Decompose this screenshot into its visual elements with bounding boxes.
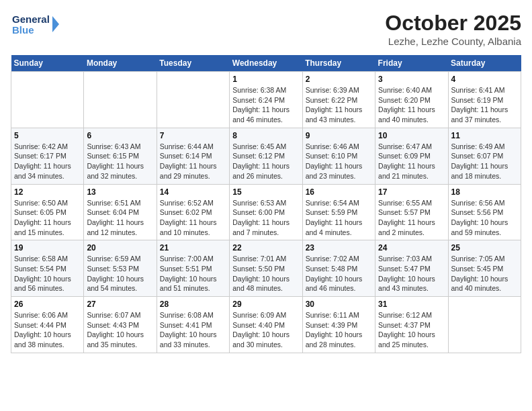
day-info: Sunrise: 6:49 AM Sunset: 6:07 PM Dayligh…: [451, 142, 518, 181]
day-info: Sunrise: 6:38 AM Sunset: 6:24 PM Dayligh…: [232, 85, 299, 125]
day-number: 13: [87, 187, 153, 197]
calendar-day-cell: 13Sunrise: 6:51 AM Sunset: 6:04 PM Dayli…: [84, 184, 157, 240]
calendar-day-cell: 21Sunrise: 7:00 AM Sunset: 5:51 PM Dayli…: [157, 240, 229, 297]
page-title: October 2025: [385, 11, 521, 36]
weekday-header: Saturday: [448, 55, 521, 72]
day-number: 26: [14, 300, 81, 309]
calendar-day-cell: 14Sunrise: 6:52 AM Sunset: 6:02 PM Dayli…: [157, 184, 229, 240]
day-number: 23: [306, 243, 372, 253]
day-number: 12: [14, 187, 81, 197]
day-info: Sunrise: 6:44 AM Sunset: 6:14 PM Dayligh…: [160, 142, 226, 181]
calendar-day-cell: 31Sunrise: 6:12 AM Sunset: 4:37 PM Dayli…: [375, 297, 448, 353]
logo: GeneralBlue: [11, 11, 64, 38]
weekday-header: Wednesday: [230, 55, 302, 72]
calendar-day-cell: 18Sunrise: 6:56 AM Sunset: 5:56 PM Dayli…: [448, 184, 521, 240]
day-number: 10: [378, 131, 445, 140]
calendar-day-cell: 8Sunrise: 6:45 AM Sunset: 6:12 PM Daylig…: [230, 128, 302, 184]
svg-text:General: General: [12, 13, 50, 25]
weekday-header-row: SundayMondayTuesdayWednesdayThursdayFrid…: [11, 55, 521, 72]
day-number: 24: [378, 243, 445, 253]
calendar-day-cell: 10Sunrise: 6:47 AM Sunset: 6:09 PM Dayli…: [375, 128, 448, 184]
day-info: Sunrise: 7:01 AM Sunset: 5:50 PM Dayligh…: [232, 254, 299, 293]
day-number: 1: [232, 75, 299, 84]
day-info: Sunrise: 6:50 AM Sunset: 6:05 PM Dayligh…: [14, 198, 81, 238]
calendar-day-cell: 24Sunrise: 7:03 AM Sunset: 5:47 PM Dayli…: [375, 240, 448, 297]
day-info: Sunrise: 6:56 AM Sunset: 5:56 PM Dayligh…: [451, 198, 518, 238]
calendar-week-row: 26Sunrise: 6:06 AM Sunset: 4:44 PM Dayli…: [11, 297, 521, 353]
calendar-day-cell: 30Sunrise: 6:11 AM Sunset: 4:39 PM Dayli…: [302, 297, 375, 353]
calendar-day-cell: 6Sunrise: 6:43 AM Sunset: 6:15 PM Daylig…: [84, 128, 157, 184]
calendar-day-cell: [11, 72, 84, 128]
calendar-day-cell: 19Sunrise: 6:58 AM Sunset: 5:54 PM Dayli…: [11, 240, 84, 297]
day-number: 7: [160, 131, 226, 140]
day-number: 11: [451, 131, 518, 140]
day-info: Sunrise: 6:58 AM Sunset: 5:54 PM Dayligh…: [14, 254, 81, 293]
calendar-day-cell: 3Sunrise: 6:40 AM Sunset: 6:20 PM Daylig…: [375, 72, 448, 128]
day-number: 17: [378, 187, 445, 197]
day-number: 22: [232, 243, 299, 253]
day-info: Sunrise: 6:54 AM Sunset: 5:59 PM Dayligh…: [306, 198, 372, 238]
calendar-table: SundayMondayTuesdayWednesdayThursdayFrid…: [11, 55, 521, 353]
calendar-day-cell: 17Sunrise: 6:55 AM Sunset: 5:57 PM Dayli…: [375, 184, 448, 240]
day-number: 4: [451, 75, 518, 84]
day-info: Sunrise: 6:42 AM Sunset: 6:17 PM Dayligh…: [14, 142, 81, 181]
title-block: October 2025 Lezhe, Lezhe County, Albani…: [385, 11, 521, 47]
day-info: Sunrise: 6:41 AM Sunset: 6:19 PM Dayligh…: [451, 85, 518, 125]
calendar-day-cell: 5Sunrise: 6:42 AM Sunset: 6:17 PM Daylig…: [11, 128, 84, 184]
day-number: 27: [87, 300, 153, 309]
day-info: Sunrise: 6:45 AM Sunset: 6:12 PM Dayligh…: [232, 142, 299, 181]
day-number: 21: [160, 243, 226, 253]
calendar-week-row: 1Sunrise: 6:38 AM Sunset: 6:24 PM Daylig…: [11, 72, 521, 128]
day-number: 30: [306, 300, 372, 309]
day-info: Sunrise: 7:05 AM Sunset: 5:45 PM Dayligh…: [451, 254, 518, 293]
calendar-day-cell: 2Sunrise: 6:39 AM Sunset: 6:22 PM Daylig…: [302, 72, 375, 128]
calendar-week-row: 12Sunrise: 6:50 AM Sunset: 6:05 PM Dayli…: [11, 184, 521, 240]
calendar-day-cell: 27Sunrise: 6:07 AM Sunset: 4:43 PM Dayli…: [84, 297, 157, 353]
day-info: Sunrise: 6:55 AM Sunset: 5:57 PM Dayligh…: [378, 198, 445, 238]
day-info: Sunrise: 6:11 AM Sunset: 4:39 PM Dayligh…: [306, 310, 372, 350]
svg-text:Blue: Blue: [12, 24, 34, 36]
calendar-day-cell: 28Sunrise: 6:08 AM Sunset: 4:41 PM Dayli…: [157, 297, 229, 353]
day-number: 3: [378, 75, 445, 84]
day-number: 28: [160, 300, 226, 309]
logo-svg: GeneralBlue: [11, 11, 64, 38]
day-info: Sunrise: 6:53 AM Sunset: 6:00 PM Dayligh…: [232, 198, 299, 238]
weekday-header: Thursday: [302, 55, 375, 72]
day-number: 18: [451, 187, 518, 197]
day-info: Sunrise: 6:52 AM Sunset: 6:02 PM Dayligh…: [160, 198, 226, 238]
day-number: 14: [160, 187, 226, 197]
calendar-day-cell: 29Sunrise: 6:09 AM Sunset: 4:40 PM Dayli…: [230, 297, 302, 353]
calendar-day-cell: 25Sunrise: 7:05 AM Sunset: 5:45 PM Dayli…: [448, 240, 521, 297]
day-number: 19: [14, 243, 81, 253]
calendar-day-cell: 7Sunrise: 6:44 AM Sunset: 6:14 PM Daylig…: [157, 128, 229, 184]
calendar-day-cell: 12Sunrise: 6:50 AM Sunset: 6:05 PM Dayli…: [11, 184, 84, 240]
calendar-day-cell: 26Sunrise: 6:06 AM Sunset: 4:44 PM Dayli…: [11, 297, 84, 353]
calendar-day-cell: [84, 72, 157, 128]
calendar-day-cell: 1Sunrise: 6:38 AM Sunset: 6:24 PM Daylig…: [230, 72, 302, 128]
day-info: Sunrise: 7:03 AM Sunset: 5:47 PM Dayligh…: [378, 254, 445, 293]
day-info: Sunrise: 6:46 AM Sunset: 6:10 PM Dayligh…: [306, 142, 372, 181]
day-info: Sunrise: 6:12 AM Sunset: 4:37 PM Dayligh…: [378, 310, 445, 350]
day-info: Sunrise: 6:08 AM Sunset: 4:41 PM Dayligh…: [160, 310, 226, 350]
day-info: Sunrise: 6:40 AM Sunset: 6:20 PM Dayligh…: [378, 85, 445, 125]
day-number: 8: [232, 131, 299, 140]
calendar-day-cell: [157, 72, 229, 128]
calendar-week-row: 19Sunrise: 6:58 AM Sunset: 5:54 PM Dayli…: [11, 240, 521, 297]
day-number: 9: [306, 131, 372, 140]
day-info: Sunrise: 6:47 AM Sunset: 6:09 PM Dayligh…: [378, 142, 445, 181]
calendar-day-cell: 4Sunrise: 6:41 AM Sunset: 6:19 PM Daylig…: [448, 72, 521, 128]
calendar-day-cell: 22Sunrise: 7:01 AM Sunset: 5:50 PM Dayli…: [230, 240, 302, 297]
calendar-day-cell: 16Sunrise: 6:54 AM Sunset: 5:59 PM Dayli…: [302, 184, 375, 240]
day-number: 15: [232, 187, 299, 197]
day-number: 6: [87, 131, 153, 140]
calendar-day-cell: [448, 297, 521, 353]
day-info: Sunrise: 7:02 AM Sunset: 5:48 PM Dayligh…: [306, 254, 372, 293]
day-number: 29: [232, 300, 299, 309]
day-number: 25: [451, 243, 518, 253]
weekday-header: Tuesday: [157, 55, 229, 72]
day-info: Sunrise: 6:06 AM Sunset: 4:44 PM Dayligh…: [14, 310, 81, 350]
calendar-day-cell: 11Sunrise: 6:49 AM Sunset: 6:07 PM Dayli…: [448, 128, 521, 184]
day-number: 2: [306, 75, 372, 84]
day-info: Sunrise: 7:00 AM Sunset: 5:51 PM Dayligh…: [160, 254, 226, 293]
day-info: Sunrise: 6:59 AM Sunset: 5:53 PM Dayligh…: [87, 254, 153, 293]
